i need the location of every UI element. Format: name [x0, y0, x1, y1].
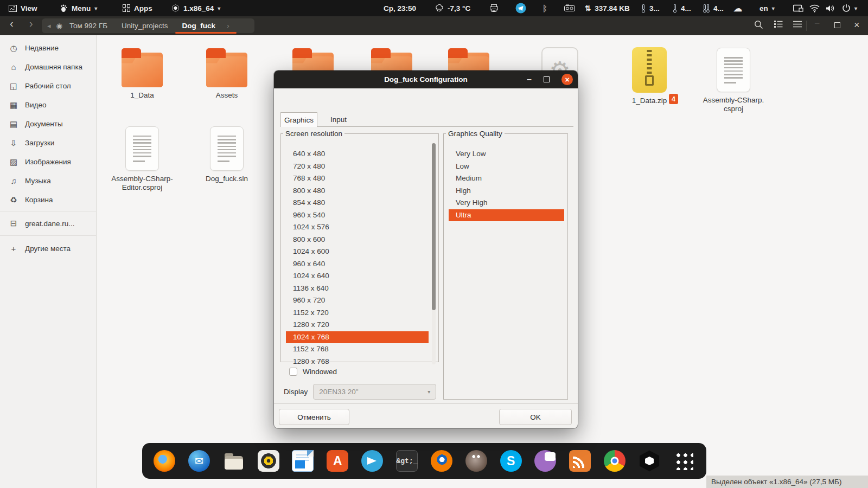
dock-icon-files[interactable] [222, 450, 245, 472]
back-button[interactable]: ‹ [10, 17, 14, 30]
resolution-option[interactable]: 1280 x 720 [286, 319, 429, 331]
resolution-option[interactable]: 1024 x 640 [286, 270, 429, 282]
telegram-indicator[interactable] [515, 0, 526, 16]
dock-icon-gimp[interactable] [465, 450, 488, 472]
dialog-minimize-button[interactable]: – [527, 75, 533, 82]
forward-button[interactable]: › [29, 17, 33, 30]
bluetooth-indicator[interactable]: ᛒ [542, 0, 547, 16]
quality-option[interactable]: Medium [449, 172, 564, 185]
window-maximize-button[interactable] [834, 22, 840, 28]
crumb-forward-icon[interactable]: › [227, 22, 229, 30]
resolution-option[interactable]: 1024 x 576 [286, 221, 429, 234]
sensor-3[interactable]: 4... [703, 0, 724, 16]
file-item-1data[interactable]: 1_Data [101, 47, 183, 100]
windowed-option[interactable]: Windowed [289, 368, 337, 376]
active-app-button[interactable]: 1.x86_64 ▾ [171, 0, 220, 16]
network-rate-indicator[interactable]: ⇅ 337.84 KB [585, 0, 630, 16]
ok-button[interactable]: OK [499, 409, 572, 425]
file-item-assembly-editor[interactable]: Assembly-CSharp- Editor.csproj [101, 125, 183, 192]
sidebar-item-videos[interactable]: ▦Видео [0, 95, 96, 114]
resolution-option[interactable]: 640 x 480 [286, 148, 429, 160]
resolution-option[interactable]: 1152 x 720 [286, 307, 429, 319]
resolution-option[interactable]: 960 x 540 [286, 209, 429, 222]
file-item-assembly-csharp[interactable]: Assembly-CSharp. csproj [693, 46, 774, 113]
dock-icon-telegram[interactable] [361, 450, 384, 472]
gnome-menu-button[interactable]: Menu ▾ [60, 0, 97, 16]
sidebar-item-documents[interactable]: ▤Документы [0, 114, 96, 133]
wifi-indicator[interactable] [809, 0, 820, 16]
sidebar-item-pictures[interactable]: ▨Изображения [0, 152, 96, 171]
cloud-indicator[interactable]: ☁ [733, 0, 742, 16]
scrollbar-thumb[interactable] [432, 143, 436, 310]
resolution-option-selected[interactable]: 1024 x 768 [286, 331, 429, 344]
dock-icon-libreoffice-writer[interactable] [291, 450, 314, 472]
resolution-option[interactable]: 1024 x 600 [286, 246, 429, 258]
list-view-button[interactable] [774, 20, 783, 30]
cancel-button[interactable]: Отменить [279, 409, 349, 425]
windowed-checkbox[interactable] [289, 368, 297, 376]
weather-indicator[interactable]: -7,3 °C [434, 0, 470, 16]
quality-option-selected[interactable]: Ultra [449, 209, 564, 222]
dock-icon-rss-reader[interactable] [569, 450, 591, 472]
window-close-button[interactable]: × [854, 20, 860, 31]
resolution-option[interactable]: 854 x 480 [286, 197, 429, 209]
displays-indicator[interactable] [793, 0, 804, 16]
sensor-2[interactable]: 4... [673, 0, 691, 16]
sidebar-item-trash[interactable]: ♻Корзина [0, 190, 96, 209]
clock[interactable]: Ср, 23:50 [384, 0, 416, 16]
quality-option[interactable]: Very Low [449, 148, 564, 160]
tab-input[interactable]: Input [322, 112, 355, 127]
resolution-option[interactable]: 800 x 480 [286, 185, 429, 197]
dock-icon-ubuntu-software[interactable]: A [326, 450, 349, 472]
capture-indicator[interactable] [564, 0, 575, 16]
dock-icon-rhythmbox[interactable] [257, 450, 280, 472]
resolution-option[interactable]: 1152 x 768 [286, 343, 429, 356]
crumb-back-icon[interactable]: ◂ [47, 22, 51, 30]
sidebar-item-music[interactable]: ♫Музыка [0, 171, 96, 190]
display-select[interactable]: 20EN33 20" ▾ [313, 384, 436, 400]
breadcrumb-current[interactable]: Dog_fuck [175, 22, 223, 30]
menu-button[interactable] [793, 20, 802, 30]
breadcrumb-parent[interactable]: Unity_projects [114, 22, 175, 30]
sidebar-item-other-locations[interactable]: +Другие места [0, 237, 96, 259]
sidebar-item-desktop[interactable]: ◱Рабочий стол [0, 76, 96, 95]
language-switcher[interactable]: en ▾ [760, 0, 775, 16]
apps-button[interactable]: Apps [123, 0, 152, 16]
dock-icon-unity-hub[interactable] [638, 450, 661, 472]
window-minimize-button[interactable]: – [815, 17, 819, 27]
power-menu-button[interactable]: ▾ [842, 0, 857, 16]
file-item-sln[interactable]: Dog_fuck.sln [186, 125, 267, 183]
tab-graphics[interactable]: Graphics [280, 112, 317, 127]
printer-indicator[interactable] [489, 0, 499, 16]
dock-icon-firefox[interactable] [153, 450, 176, 472]
resolution-option[interactable]: 1136 x 640 [286, 282, 429, 295]
quality-option[interactable]: Very High [449, 197, 564, 209]
dock-icon-thunderbird[interactable]: ✉ [188, 450, 210, 472]
sensor-1[interactable]: 3... [641, 0, 660, 16]
sidebar-item-recent[interactable]: ◷Недавние [0, 38, 96, 57]
resolution-option[interactable]: 768 x 480 [286, 172, 429, 185]
sidebar-item-downloads[interactable]: ⇩Загрузки [0, 133, 96, 152]
resolution-option[interactable]: 800 x 600 [286, 234, 429, 246]
resolution-option[interactable]: 960 x 720 [286, 294, 429, 307]
quality-option[interactable]: Low [449, 160, 564, 173]
dock-icon-skype[interactable]: S [500, 450, 522, 472]
resolution-option[interactable]: 960 x 640 [286, 258, 429, 271]
quality-option[interactable]: High [449, 185, 564, 197]
dock-icon-blender[interactable] [430, 450, 453, 472]
file-item-assets[interactable]: Assets [186, 47, 267, 100]
volume-indicator[interactable] [826, 0, 835, 16]
sidebar-item-home[interactable]: ⌂Домашняя папка [0, 57, 96, 76]
breadcrumb-drive[interactable]: Том 992 ГБ [62, 22, 114, 30]
dialog-close-button[interactable]: × [561, 74, 573, 85]
resolution-scrollbar[interactable] [432, 143, 436, 364]
dock-icon-terminal[interactable]: &gt;_ [395, 450, 418, 472]
dialog-maximize-button[interactable] [544, 76, 550, 82]
dock-icon-app-grid[interactable] [673, 450, 695, 472]
view-menu-button[interactable]: View [9, 0, 37, 16]
resolution-option[interactable]: 720 x 480 [286, 160, 429, 173]
resolution-option[interactable]: 1280 x 768 [286, 356, 429, 368]
search-button[interactable] [754, 20, 763, 31]
sidebar-item-network-share[interactable]: ⊟great.dane.ru... [0, 213, 96, 234]
dock-icon-chrome[interactable] [603, 450, 626, 472]
